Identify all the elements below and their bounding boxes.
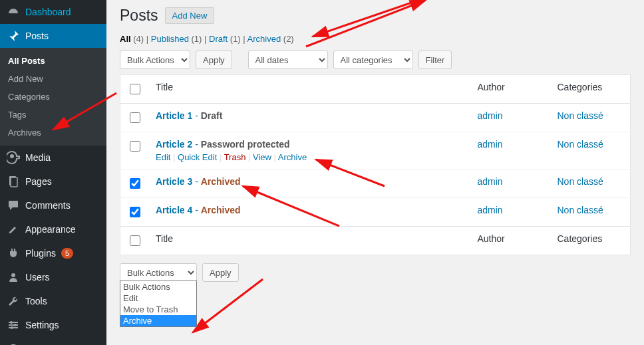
post-title-link[interactable]: Article 2 xyxy=(156,139,192,150)
menu-posts[interactable]: Posts xyxy=(0,24,106,48)
table-row: Article 3 - ArchivedadminNon classé xyxy=(120,170,631,198)
menu-label: Pages xyxy=(25,176,52,187)
bulk-option-trash[interactable]: Move to Trash xyxy=(120,304,196,315)
menu-users[interactable]: Users xyxy=(0,265,106,289)
plugins-icon xyxy=(7,247,20,260)
action-trash[interactable]: Trash xyxy=(224,152,246,162)
menu-dashboard[interactable]: Dashboard xyxy=(0,0,106,24)
action-view[interactable]: View xyxy=(253,152,271,162)
menu-comments[interactable]: Comments xyxy=(0,193,106,217)
post-title-link[interactable]: Article 4 xyxy=(156,205,192,215)
col-categories[interactable]: Categories xyxy=(551,75,631,104)
row-actions: Edit | Quick Edit | Trash | View | Archi… xyxy=(156,152,464,162)
comments-icon xyxy=(7,199,20,212)
post-author-link[interactable]: admin xyxy=(478,139,503,150)
post-author-link[interactable]: admin xyxy=(478,176,503,187)
select-all-checkbox-bottom[interactable] xyxy=(130,235,140,246)
view-all[interactable]: All xyxy=(120,34,131,44)
submenu-all-posts[interactable]: All Posts xyxy=(0,52,106,70)
apply-button-top[interactable]: Apply xyxy=(196,51,232,69)
post-category-link[interactable]: Non classé xyxy=(558,110,603,121)
svg-point-10 xyxy=(14,324,17,326)
col-author[interactable]: Author xyxy=(471,75,551,104)
post-category-link[interactable]: Non classé xyxy=(558,176,603,187)
col-title-foot[interactable]: Title xyxy=(149,227,471,255)
submenu-tags[interactable]: Tags xyxy=(0,106,106,124)
menu-label: Posts xyxy=(25,31,49,41)
post-state: Draft xyxy=(201,110,223,121)
collapse-menu[interactable]: Collapse menu xyxy=(0,337,106,345)
menu-label: Settings xyxy=(25,320,59,330)
action-quick-edit[interactable]: Quick Edit xyxy=(178,152,217,162)
col-title[interactable]: Title xyxy=(149,75,471,104)
bulk-actions-select-bottom[interactable]: Bulk Actions xyxy=(120,263,197,282)
table-row: Article 1 - DraftadminNon classé xyxy=(120,104,631,132)
tablenav-bottom: Bulk Actions Apply Bulk Actions Edit Mov… xyxy=(120,263,631,282)
submenu-categories[interactable]: Categories xyxy=(0,88,106,106)
menu-label: Plugins xyxy=(25,248,56,259)
view-all-count: (4) xyxy=(133,34,144,44)
post-title-link[interactable]: Article 1 xyxy=(156,110,192,121)
pin-icon xyxy=(7,29,20,43)
collapse-icon xyxy=(7,342,20,345)
view-archived[interactable]: Archived xyxy=(247,34,281,44)
table-row: Article 2 - Password protectedEdit | Qui… xyxy=(120,132,631,170)
post-category-link[interactable]: Non classé xyxy=(558,139,603,150)
post-title-link[interactable]: Article 3 xyxy=(156,176,192,187)
menu-settings[interactable]: Settings xyxy=(0,313,106,337)
category-filter-select[interactable]: All categories xyxy=(333,51,413,69)
action-archive[interactable]: Archive xyxy=(278,152,307,162)
post-author-link[interactable]: admin xyxy=(478,205,503,215)
row-checkbox[interactable] xyxy=(130,207,140,217)
submenu-add-new[interactable]: Add New xyxy=(0,70,106,88)
bulk-option-edit[interactable]: Edit xyxy=(120,292,196,304)
row-checkbox[interactable] xyxy=(130,141,140,152)
page-heading: Posts Add New xyxy=(120,7,631,25)
view-archived-count: (2) xyxy=(283,34,294,44)
bulk-actions-dropdown-open: Bulk Actions Edit Move to Trash Archive xyxy=(120,281,197,327)
view-published-count: (1) xyxy=(192,34,202,44)
menu-label: Comments xyxy=(25,200,71,211)
plugins-badge: 5 xyxy=(61,248,73,259)
menu-plugins[interactable]: Plugins 5 xyxy=(0,241,106,265)
svg-point-11 xyxy=(11,326,13,329)
date-filter-select[interactable]: All dates xyxy=(248,51,328,69)
menu-tools[interactable]: Tools xyxy=(0,289,106,313)
view-published[interactable]: Published xyxy=(151,34,189,44)
row-checkbox[interactable] xyxy=(130,178,140,189)
tools-icon xyxy=(7,294,20,308)
add-new-button[interactable]: Add New xyxy=(165,7,215,24)
row-checkbox[interactable] xyxy=(130,112,140,123)
view-draft[interactable]: Draft xyxy=(209,34,228,44)
table-row: Article 4 - ArchivedadminNon classé xyxy=(120,198,631,227)
pages-icon xyxy=(7,175,20,188)
svg-rect-0 xyxy=(13,9,14,13)
menu-label: Users xyxy=(25,272,50,283)
col-author-foot[interactable]: Author xyxy=(471,227,551,255)
svg-point-9 xyxy=(10,321,13,324)
menu-label: Media xyxy=(25,152,51,163)
bulk-option-bulk[interactable]: Bulk Actions xyxy=(120,281,196,292)
view-draft-count: (1) xyxy=(230,34,241,44)
select-all-checkbox-top[interactable] xyxy=(130,84,140,94)
apply-button-bottom[interactable]: Apply xyxy=(202,263,239,282)
menu-label: Appearance xyxy=(25,224,76,235)
submenu-archives[interactable]: Archives xyxy=(0,124,106,142)
menu-pages[interactable]: Pages xyxy=(0,170,106,193)
post-state: Password protected xyxy=(201,139,290,150)
post-author-link[interactable]: admin xyxy=(478,110,503,121)
col-categories-foot[interactable]: Categories xyxy=(551,227,631,255)
bulk-option-archive[interactable]: Archive xyxy=(120,315,196,326)
action-edit[interactable]: Edit xyxy=(156,152,170,162)
select-all-header xyxy=(120,75,150,104)
filter-button[interactable]: Filter xyxy=(418,51,452,69)
menu-appearance[interactable]: Appearance xyxy=(0,217,106,241)
main-content: Posts Add New All (4) | Published (1) | … xyxy=(106,0,644,345)
admin-sidebar: Dashboard Posts All Posts Add New Catego… xyxy=(0,0,106,345)
svg-point-5 xyxy=(11,273,15,277)
post-state: Archived xyxy=(201,176,241,187)
menu-media[interactable]: Media xyxy=(0,146,106,170)
bulk-actions-select-top[interactable]: Bulk Actions xyxy=(120,51,190,69)
submenu-posts: All Posts Add New Categories Tags Archiv… xyxy=(0,48,106,146)
post-category-link[interactable]: Non classé xyxy=(558,205,603,215)
